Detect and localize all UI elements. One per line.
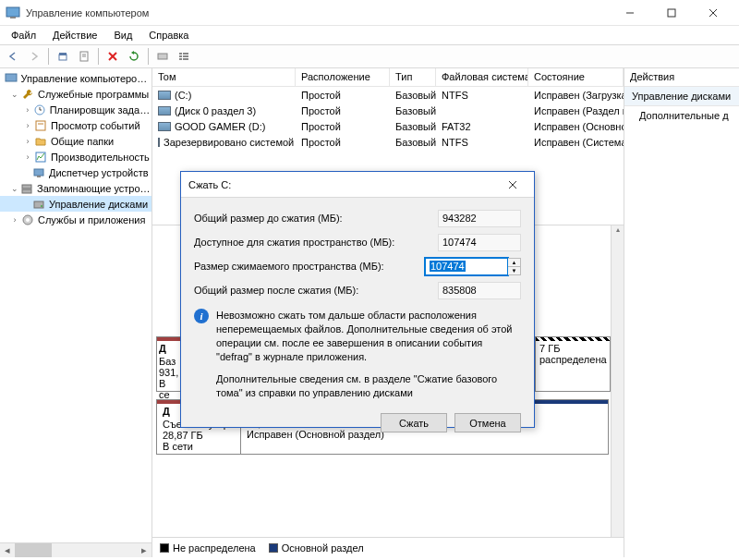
legend-primary-label: Основной раздел: [282, 542, 364, 554]
disk0-name: Д: [157, 337, 180, 354]
tree-root[interactable]: Управление компьютером (л: [0, 70, 151, 86]
device-icon: [31, 165, 46, 180]
col-volume[interactable]: Том: [152, 68, 296, 86]
shrink-button[interactable]: Сжать: [381, 413, 447, 432]
computer-icon: [4, 71, 18, 86]
spin-up-icon[interactable]: ▲: [508, 259, 520, 267]
actions-header: Действия: [624, 68, 739, 87]
legend-unalloc-box: [160, 543, 169, 553]
nav-tree: Управление компьютером (л ⌄ Служебные пр…: [0, 68, 152, 557]
properties-button[interactable]: [75, 47, 93, 66]
svg-point-34: [26, 218, 30, 222]
cell-fs: NTFS: [436, 137, 528, 148]
scroll-right-icon[interactable]: ▸: [137, 543, 151, 557]
row-total-before: Общий размер до сжатия (МБ): 943282: [194, 207, 521, 229]
shrink-label: Размер сжимаемого пространства (МБ):: [194, 261, 425, 272]
svg-rect-20: [6, 74, 17, 81]
expand-icon[interactable]: ›: [9, 215, 20, 225]
svg-rect-30: [22, 189, 31, 193]
cell-fs: NTFS: [436, 90, 528, 101]
forward-button[interactable]: [25, 47, 43, 66]
legend: Не распределена Основной раздел: [152, 537, 624, 557]
dialog-titlebar[interactable]: Сжать C:: [181, 172, 534, 198]
expand-icon[interactable]: ›: [22, 121, 33, 130]
row-available: Доступное для сжатия пространство (МБ): …: [194, 231, 521, 253]
actions-more[interactable]: Дополнительные д: [624, 106, 739, 125]
wrench-icon: [20, 87, 35, 102]
shrink-dialog: Сжать C: Общий размер до сжатия (МБ): 94…: [180, 171, 535, 428]
expand-icon[interactable]: ›: [22, 105, 32, 115]
folder-icon: [33, 134, 48, 149]
settings-button[interactable]: [153, 47, 172, 66]
refresh-button[interactable]: [125, 47, 143, 66]
cell-layout: Простой: [296, 137, 390, 148]
dialog-info1: i Невозможно сжать том дальше области ра…: [194, 303, 521, 372]
tree-diskmgmt[interactable]: Управление дисками: [0, 196, 151, 212]
scroll-left-icon[interactable]: ◂: [0, 543, 15, 557]
tree-storage[interactable]: ⌄ Запоминающие устройст: [0, 180, 151, 196]
close-button[interactable]: [692, 0, 733, 26]
col-layout[interactable]: Расположение: [296, 68, 390, 86]
expand-icon[interactable]: ›: [22, 152, 33, 162]
disk0-unallocated[interactable]: 7 ГБ распределена: [535, 336, 611, 392]
tree-devicemgr[interactable]: Диспетчер устройств: [0, 164, 151, 180]
tree-sharedfolders[interactable]: › Общие папки: [0, 133, 151, 149]
collapse-icon[interactable]: ⌄: [9, 184, 20, 193]
back-button[interactable]: [4, 47, 22, 66]
dialog-buttons: Сжать Отмена: [194, 409, 521, 432]
volume-row[interactable]: Зарезервировано системойПростойБазовыйNT…: [152, 134, 624, 150]
scroll-thumb[interactable]: [15, 543, 52, 557]
cancel-button[interactable]: Отмена: [454, 413, 521, 432]
minimize-button[interactable]: [609, 0, 650, 26]
tree-tools-label: Служебные программы: [38, 89, 149, 100]
col-type[interactable]: Тип: [390, 68, 436, 86]
up-button[interactable]: [54, 47, 72, 66]
tree-services[interactable]: › Службы и приложения: [0, 212, 151, 227]
cell-status: Исправен (Раздел восстан: [528, 105, 624, 116]
services-icon: [20, 213, 35, 227]
delete-button[interactable]: [103, 47, 122, 66]
tree-scrollbar[interactable]: ◂ ▸: [0, 542, 151, 557]
actions-diskmgmt[interactable]: Управление дисками: [624, 87, 739, 106]
volume-row[interactable]: GOOD GAMER (D:)ПростойБазовыйFAT32Исправ…: [152, 118, 624, 134]
tree-scheduler[interactable]: › Планировщик заданий: [0, 102, 151, 117]
cell-volume: Зарезервировано системой: [152, 137, 296, 148]
perf-icon: [33, 150, 48, 164]
menu-help[interactable]: Справка: [141, 28, 196, 43]
volume-row[interactable]: (Диск 0 раздел 3)ПростойБазовыйИсправен …: [152, 103, 624, 118]
shrink-spinner[interactable]: ▲▼: [508, 258, 521, 275]
spin-down-icon[interactable]: ▼: [508, 267, 520, 274]
cell-type: Базовый: [390, 105, 436, 116]
menu-file[interactable]: Файл: [4, 28, 43, 43]
menu-action[interactable]: Действие: [45, 28, 104, 43]
svg-rect-0: [6, 7, 19, 17]
tree-tools[interactable]: ⌄ Служебные программы: [0, 86, 151, 102]
col-status[interactable]: Состояние: [528, 68, 624, 86]
volume-row[interactable]: (C:)ПростойБазовыйNTFSИсправен (Загрузка…: [152, 87, 624, 103]
cell-status: Исправен (Система, Актив: [528, 137, 624, 148]
legend-primary-box: [269, 543, 278, 553]
tree-eventviewer[interactable]: › Просмотр событий: [0, 117, 151, 133]
tree-performance[interactable]: › Производительность: [0, 149, 151, 164]
diskmap-scrollbar[interactable]: ▴: [611, 225, 624, 537]
legend-primary: Основной раздел: [269, 542, 364, 554]
dialog-body: Общий размер до сжатия (МБ): 943282 Дост…: [181, 198, 534, 442]
collapse-icon[interactable]: ⌄: [9, 90, 20, 99]
total-after-value: 835808: [438, 282, 521, 299]
svg-rect-14: [179, 53, 182, 55]
dialog-close-button[interactable]: [499, 175, 527, 195]
menu-view[interactable]: Вид: [106, 28, 139, 43]
svg-rect-18: [179, 58, 182, 60]
toolbar-separator: [148, 48, 149, 65]
maximize-button[interactable]: [650, 0, 692, 26]
expand-icon[interactable]: ›: [22, 137, 33, 146]
col-fs[interactable]: Файловая система: [436, 68, 528, 86]
cell-type: Базовый: [390, 137, 436, 148]
toolbar: [0, 44, 739, 68]
list-button[interactable]: [175, 47, 193, 66]
disk-icon: [31, 197, 46, 212]
svg-rect-27: [34, 169, 43, 176]
drive-icon: [158, 122, 171, 131]
svg-rect-28: [37, 176, 41, 177]
shrink-input[interactable]: 107474: [425, 258, 508, 275]
